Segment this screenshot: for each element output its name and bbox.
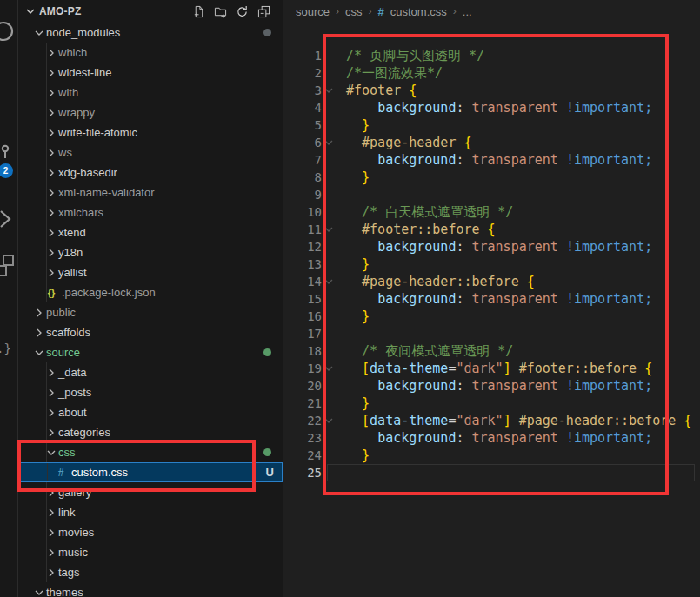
tree-folder-gallery[interactable]: gallery: [18, 482, 283, 502]
tree-item-label: node_modules: [46, 26, 120, 39]
line-number: 14: [283, 273, 322, 290]
code-text: background: transparent !important;: [336, 290, 652, 308]
json-file-icon: {}: [44, 288, 58, 298]
code-line[interactable]: 3#footer {: [283, 82, 700, 99]
tree-folder-categories[interactable]: categories: [18, 422, 283, 442]
code-line[interactable]: 23 background: transparent !important;: [283, 429, 700, 447]
new-folder-icon[interactable]: [213, 4, 227, 18]
code-line[interactable]: 6 #page-header {: [283, 134, 700, 151]
tree-folder-movies[interactable]: movies: [18, 522, 283, 542]
tree-item-label: themes: [46, 586, 83, 597]
project-title: AMO-PZ: [39, 5, 191, 17]
tree-folder-link[interactable]: link: [18, 502, 283, 522]
code-line[interactable]: 4 background: transparent !important;: [283, 99, 700, 116]
brackets-extension-icon[interactable]: .}: [0, 342, 11, 355]
code-line[interactable]: 1/* 页脚与头图透明 */: [283, 47, 700, 64]
code-line[interactable]: 21 }: [283, 395, 700, 412]
code-line[interactable]: 10 /* 白天模式遮罩透明 */: [283, 203, 700, 221]
fold-chevron-icon[interactable]: [322, 82, 336, 99]
code-line[interactable]: 13 }: [283, 255, 700, 273]
line-number: 15: [283, 290, 322, 308]
tree-folder-xmlchars[interactable]: xmlchars: [18, 202, 283, 222]
tree-folder-wrappy[interactable]: wrappy: [18, 103, 283, 123]
line-number: 13: [283, 255, 322, 273]
fold-chevron-icon[interactable]: [322, 134, 336, 151]
code-line[interactable]: 2/*一图流效果*/: [283, 64, 700, 82]
tree-folder-about[interactable]: about: [18, 402, 283, 422]
chevron-right-icon: [44, 488, 58, 498]
tree-folder-music[interactable]: music: [18, 542, 283, 562]
code-line[interactable]: 15 background: transparent !important;: [283, 290, 700, 308]
tree-item-label: custom.css: [71, 466, 128, 479]
tree-folder-yallist[interactable]: yallist: [18, 262, 283, 282]
tree-folder-tags[interactable]: tags: [18, 562, 283, 582]
tree-folder-y18n[interactable]: y18n: [18, 242, 283, 262]
tree-folder-source[interactable]: source: [18, 342, 283, 362]
code-line[interactable]: 14 #page-header::before {: [283, 273, 700, 290]
tree-folder-ws[interactable]: ws: [18, 143, 283, 163]
new-file-icon[interactable]: [191, 4, 205, 18]
code-line[interactable]: 7 background: transparent !important;: [283, 151, 700, 169]
code-line[interactable]: 9: [283, 186, 700, 203]
code-text: }: [336, 255, 370, 273]
code-line[interactable]: 19 [data-theme="dark"] #footer::before {: [283, 360, 700, 377]
tree-folder-with[interactable]: with: [18, 83, 283, 103]
tree-folder-themes[interactable]: themes: [18, 582, 283, 597]
line-number: 1: [283, 47, 322, 64]
tree-folder-which[interactable]: which: [18, 43, 283, 63]
chevron-down-icon: [32, 348, 46, 358]
code-text: [data-theme="dark"] #page-header::before…: [336, 412, 691, 429]
code-line[interactable]: 5 }: [283, 116, 700, 134]
line-number: 6: [283, 134, 322, 151]
line-number: 20: [283, 377, 322, 395]
tree-item-label: css: [58, 446, 76, 459]
line-number: 17: [283, 325, 322, 342]
tree-item-label: xmlchars: [58, 206, 103, 219]
tree-file-custom.css[interactable]: #custom.cssU: [18, 462, 283, 482]
tree-folder-xtend[interactable]: xtend: [18, 222, 283, 242]
tree-folder-xml-name-validator[interactable]: xml-name-validator: [18, 182, 283, 202]
code-line[interactable]: 18 /* 夜间模式遮罩透明 */: [283, 342, 700, 360]
code-line[interactable]: 16 }: [283, 308, 700, 325]
fold-chevron-icon[interactable]: [322, 221, 336, 238]
fold-chevron-icon[interactable]: [322, 273, 336, 290]
explorer-section-header[interactable]: AMO-PZ: [18, 0, 283, 23]
fold-chevron-icon[interactable]: [322, 412, 336, 429]
file-tree: node_moduleswhichwidest-linewithwrappywr…: [18, 23, 283, 597]
code-line[interactable]: 24 }: [283, 447, 700, 464]
tree-folder-public[interactable]: public: [18, 302, 283, 322]
code-text: /* 夜间模式遮罩透明 */: [336, 342, 513, 360]
tree-folder-node_modules[interactable]: node_modules: [18, 23, 283, 43]
tree-file-.package-lock.json[interactable]: {}.package-lock.json: [18, 282, 283, 302]
line-number: 22: [283, 412, 322, 429]
code-text: background: transparent !important;: [336, 99, 652, 116]
breadcrumb-item[interactable]: source: [296, 5, 330, 18]
tree-folder-write-file-atomic[interactable]: write-file-atomic: [18, 123, 283, 143]
breadcrumb-item[interactable]: css: [345, 5, 363, 18]
code-editor[interactable]: 1/* 页脚与头图透明 */2/*一图流效果*/3#footer {4 back…: [283, 24, 700, 597]
code-line[interactable]: 17: [283, 325, 700, 342]
tree-folder-widest-line[interactable]: widest-line: [18, 63, 283, 83]
refresh-icon[interactable]: [235, 4, 249, 18]
code-line[interactable]: 22 [data-theme="dark"] #page-header::bef…: [283, 412, 700, 429]
fold-gutter: [322, 116, 336, 134]
line-number: 21: [283, 395, 322, 412]
tree-folder-css[interactable]: css: [18, 442, 283, 462]
code-line[interactable]: 8 }: [283, 169, 700, 186]
code-line[interactable]: 20 background: transparent !important;: [283, 377, 700, 395]
chevron-right-icon: [44, 388, 58, 398]
fold-chevron-icon[interactable]: [322, 360, 336, 377]
code-line[interactable]: 12 background: transparent !important;: [283, 238, 700, 255]
collapse-folders-icon[interactable]: [257, 4, 270, 18]
line-number: 3: [283, 82, 322, 99]
code-line[interactable]: 11 #footer::before {: [283, 221, 700, 238]
tree-folder-_data[interactable]: _data: [18, 362, 283, 382]
breadcrumb-item[interactable]: ...: [463, 5, 472, 18]
editor-pane: source›css›#custom.css›... 1/* 页脚与头图透明 *…: [283, 0, 700, 597]
line-number: 9: [283, 186, 322, 203]
tree-folder-_posts[interactable]: _posts: [18, 382, 283, 402]
tree-folder-scaffolds[interactable]: scaffolds: [18, 322, 283, 342]
line-number: 4: [283, 99, 322, 116]
tree-folder-xdg-basedir[interactable]: xdg-basedir: [18, 163, 283, 182]
breadcrumb-item[interactable]: custom.css: [390, 5, 447, 18]
